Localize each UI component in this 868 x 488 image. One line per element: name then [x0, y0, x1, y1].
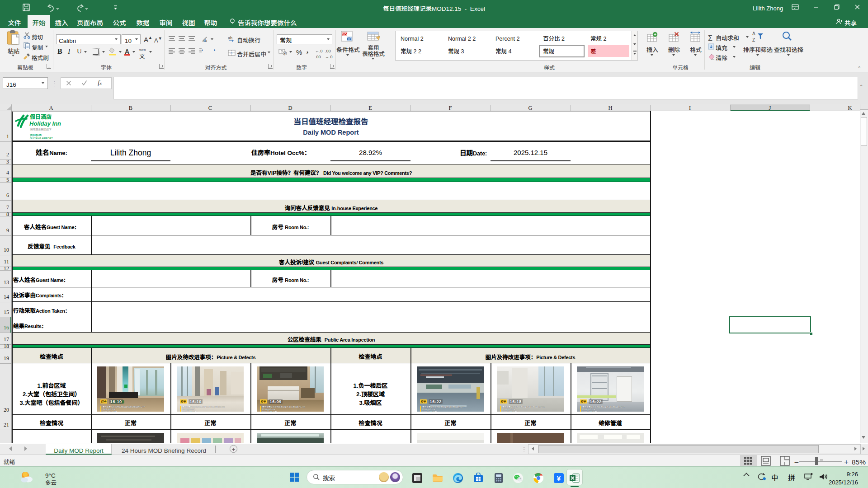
svg-text:Z: Z: [752, 36, 755, 42]
svg-text:¥: ¥: [284, 51, 286, 56]
svg-text:洲际酒店集团旗下: 洲际酒店集团旗下: [30, 127, 52, 131]
svg-text:¥: ¥: [557, 474, 561, 482]
svg-text:GUIYANG AIRPORT: GUIYANG AIRPORT: [30, 136, 53, 140]
svg-text:a: a: [231, 51, 232, 55]
svg-text:ab: ab: [203, 38, 207, 43]
svg-text:Holiday Inn: Holiday Inn: [29, 119, 61, 127]
svg-text:ab: ab: [228, 35, 232, 41]
